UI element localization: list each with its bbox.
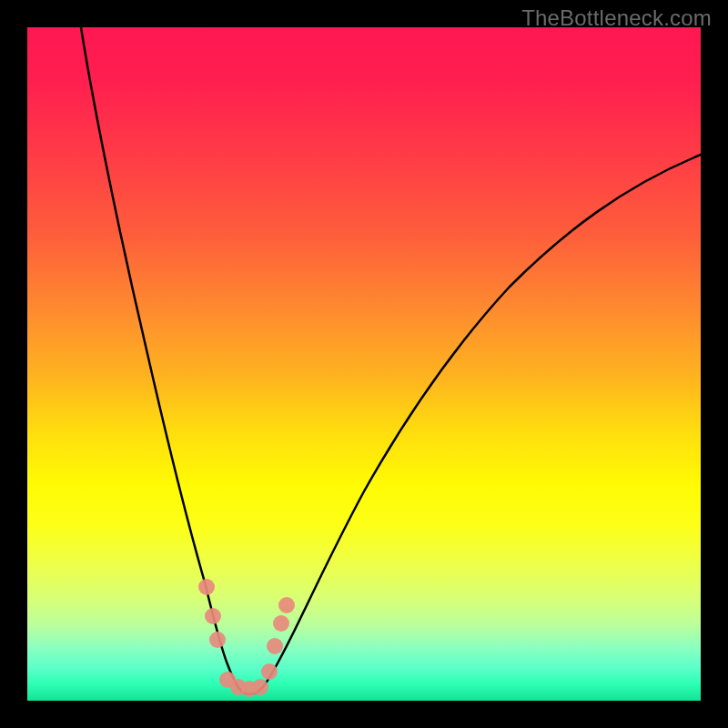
data-marker	[261, 663, 278, 680]
curve-layer	[27, 27, 701, 701]
data-marker	[205, 608, 221, 624]
watermark-text: TheBottleneck.com	[521, 5, 712, 31]
data-marker	[267, 638, 283, 654]
bottleneck-curve	[81, 27, 701, 694]
data-marker	[278, 597, 295, 613]
data-marker	[209, 632, 226, 648]
data-marker	[252, 679, 268, 695]
chart-frame: TheBottleneck.com	[0, 0, 728, 728]
plot-area	[27, 27, 701, 701]
data-marker	[198, 579, 215, 595]
data-marker	[273, 615, 289, 632]
marker-cluster	[198, 579, 295, 697]
